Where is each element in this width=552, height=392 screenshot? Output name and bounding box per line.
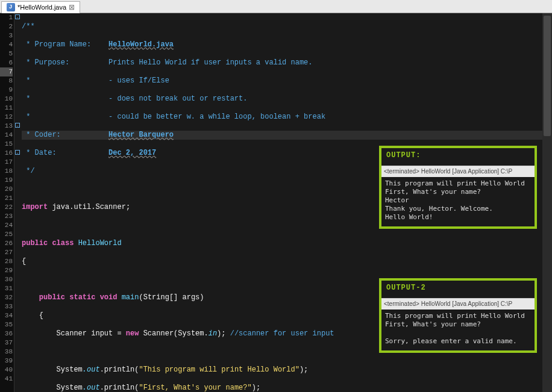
console-line: Hello World! <box>385 213 531 222</box>
line-number: 9 <box>0 86 13 95</box>
code-text: /** <box>22 22 35 31</box>
console-line: Thank you, Hector. Welcome. <box>385 205 531 213</box>
code-text: */ <box>22 167 35 175</box>
editor-tab[interactable]: *HelloWorld.java ⊠ <box>1 1 80 13</box>
code-text: class <box>48 239 74 247</box>
code-text: * - could be better w. a while loop, boo… <box>22 113 325 121</box>
line-number: 18 <box>0 167 13 176</box>
code-text: Prints Hello World if user inputs a vali… <box>108 58 312 67</box>
code-text: "First, What's your name?" <box>139 384 251 392</box>
close-icon[interactable]: ⊠ <box>69 3 75 11</box>
line-number: 20 <box>0 185 13 194</box>
tab-label: *HelloWorld.java <box>17 4 66 11</box>
line-number: 24 <box>0 221 13 230</box>
code-text: .out <box>83 384 100 392</box>
line-number: 11 <box>0 104 13 113</box>
line-number: 7 <box>0 67 13 76</box>
line-number: 30 <box>0 275 13 284</box>
code-text: Scanner <box>139 329 174 338</box>
line-number: 16 <box>0 149 13 158</box>
line-number: 27 <box>0 248 13 257</box>
code-text: * Coder: <box>22 131 108 139</box>
output-terminated-bar: <terminated> HelloWorld [Java Applicatio… <box>381 298 535 310</box>
code-text: Scanner <box>57 329 87 338</box>
line-number: 41 <box>0 375 13 384</box>
line-number: 2 <box>0 22 13 31</box>
console-output: This program will print Hello World Firs… <box>381 177 535 226</box>
code-text: (System. <box>174 329 209 338</box>
code-text: ; <box>126 203 130 211</box>
code-text: ); <box>252 384 260 392</box>
output-panel-2: OUTPUT-2 <terminated> HelloWorld [Java A… <box>379 278 537 353</box>
code-text: .println <box>100 366 135 374</box>
code-text: .out <box>83 366 100 374</box>
console-line: Sorry, please enter a valid name. <box>385 337 531 346</box>
line-number: 25 <box>0 230 13 239</box>
line-number: 36 <box>0 329 13 338</box>
output-panel-1: OUTPUT: <terminated> HelloWorld [Java Ap… <box>379 146 537 229</box>
code-text: HelloWorld <box>74 239 121 247</box>
console-line: Hector <box>385 196 531 205</box>
tab-bar: *HelloWorld.java ⊠ <box>0 0 552 13</box>
line-number: 8 <box>0 76 13 86</box>
line-number: 40 <box>0 366 13 375</box>
code-text: System <box>22 366 83 374</box>
code-text: input <box>87 329 117 338</box>
line-number: 38 <box>0 347 13 356</box>
code-text: System <box>22 384 83 392</box>
code-text: //scanner for user input <box>230 329 334 338</box>
code-text: = <box>117 329 121 338</box>
line-number: 26 <box>0 239 13 248</box>
line-number: 35 <box>0 320 13 329</box>
code-text: * - uses If/Else <box>22 76 169 85</box>
java-file-icon <box>7 3 15 11</box>
code-text: Scanner <box>95 203 125 211</box>
line-number: 15 <box>0 140 13 149</box>
line-number: 23 <box>0 212 13 221</box>
code-text: { <box>22 311 43 320</box>
code-text: HelloWorld.java <box>108 40 174 49</box>
console-line: First, What's your name? <box>385 188 531 196</box>
code-text: public <box>39 293 65 302</box>
line-number: 13 <box>0 122 13 131</box>
line-number: 37 <box>0 338 13 347</box>
line-number: 21 <box>0 194 13 203</box>
scrollbar-thumb[interactable] <box>544 16 551 136</box>
code-text: public <box>22 239 48 247</box>
output-title: OUTPUT-2 <box>381 281 535 298</box>
code-text: in <box>209 329 217 338</box>
line-number: 12 <box>0 113 13 122</box>
code-text: (String[] args) <box>139 293 204 302</box>
line-number: 22 <box>0 203 13 212</box>
line-number: 14 <box>0 131 13 140</box>
console-output: This program will print Hello World Firs… <box>381 310 535 350</box>
code-text: import <box>22 203 48 211</box>
code-text: "This program will print Hello World" <box>139 366 299 374</box>
code-text: util <box>74 203 91 211</box>
line-number: 28 <box>0 257 13 266</box>
code-text: { <box>22 257 26 266</box>
code-text: main <box>117 293 139 302</box>
vertical-scrollbar[interactable] <box>542 13 552 392</box>
line-number: 39 <box>0 356 13 366</box>
output-title: OUTPUT: <box>381 148 535 166</box>
output-terminated-bar: <terminated> HelloWorld [Java Applicatio… <box>381 166 535 177</box>
line-number: 1 <box>0 13 13 22</box>
line-number: 32 <box>0 293 13 302</box>
console-line: This program will print Hello World <box>385 179 531 188</box>
console-line: First, What's your name? <box>385 320 531 329</box>
code-text: * Program Name: <box>22 40 108 49</box>
line-number: 10 <box>0 95 13 104</box>
code-text: Hector Barquero <box>108 131 174 139</box>
line-number: 4 <box>0 40 13 49</box>
line-number: 34 <box>0 311 13 320</box>
code-text: Dec 2, 2017 <box>108 149 156 157</box>
line-number: 5 <box>0 49 13 58</box>
code-text <box>22 293 39 302</box>
line-gutter: 1 2 3 4 5 6 7 8 9 10 11 12 13 14 15 16 1… <box>0 13 14 392</box>
code-text: java <box>48 203 69 211</box>
console-line <box>385 329 531 337</box>
line-number: 19 <box>0 176 13 185</box>
line-number: 29 <box>0 266 13 275</box>
line-number: 6 <box>0 58 13 67</box>
